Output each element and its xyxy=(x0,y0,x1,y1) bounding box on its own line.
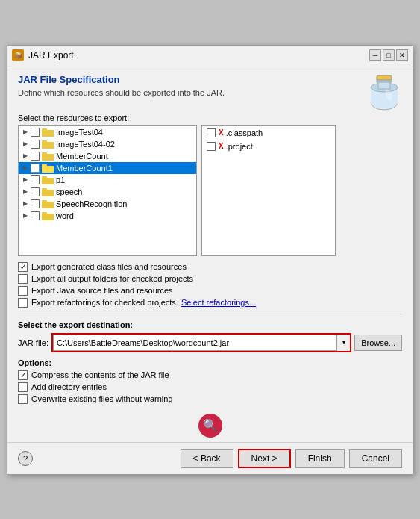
next-button[interactable]: Next > xyxy=(238,449,291,468)
tree-item-selected[interactable]: ▶ ✓ MemberCount1 xyxy=(19,162,196,174)
tree-item[interactable]: ▶ ImageTest04 xyxy=(19,126,196,138)
compress-checkbox[interactable] xyxy=(18,370,28,380)
expand-icon: ▶ xyxy=(22,188,29,196)
export-class-files-checkbox[interactable] xyxy=(18,262,28,272)
svg-rect-8 xyxy=(42,128,47,131)
svg-rect-22 xyxy=(42,212,47,214)
dialog-title: JAR File Specification xyxy=(18,74,360,85)
item-label: p1 xyxy=(56,175,65,184)
title-controls: ─ □ ✕ xyxy=(369,49,408,61)
window-title: JAR Export xyxy=(28,50,369,60)
expand-icon: ▶ xyxy=(22,128,29,136)
export-output-folders-label: Export all output folders for checked pr… xyxy=(31,274,193,283)
item-label: ImageTest04-02 xyxy=(56,140,115,149)
search-float: 🔍 xyxy=(7,414,413,438)
export-refactorings-checkbox[interactable] xyxy=(18,298,28,308)
tree-item[interactable]: ▶ SpeechRecognition xyxy=(19,198,196,210)
finish-button[interactable]: Finish xyxy=(295,449,345,468)
file-label: .classpath xyxy=(226,128,263,137)
overwrite-checkbox[interactable] xyxy=(18,394,28,404)
svg-rect-15 xyxy=(42,178,54,184)
folder-icon xyxy=(42,152,54,161)
item-checkbox[interactable] xyxy=(31,175,40,184)
jar-file-label: JAR file: xyxy=(18,338,48,347)
right-item[interactable]: X .project xyxy=(202,140,335,153)
folder-icon xyxy=(42,187,54,196)
compress-checkbox-row: Compress the contents of the JAR file xyxy=(18,370,402,380)
xml-icon: X xyxy=(219,142,224,150)
svg-rect-19 xyxy=(42,202,54,208)
checkbox-row-3: Export Java source files and resources xyxy=(18,286,402,296)
maximize-button[interactable]: □ xyxy=(383,49,395,61)
item-label: MemberCount xyxy=(56,152,108,161)
export-output-folders-checkbox[interactable] xyxy=(18,274,28,284)
item-label: speech xyxy=(56,187,82,196)
header-text: JAR File Specification Define which reso… xyxy=(18,74,360,103)
jar-dropdown-button[interactable]: ▾ xyxy=(336,335,350,351)
tree-item[interactable]: ▶ MemberCount xyxy=(19,150,196,162)
destination-section: Select the export destination: JAR file:… xyxy=(18,320,402,352)
folder-icon xyxy=(42,211,54,220)
bottom-bar: ? < Back Next > Finish Cancel xyxy=(7,442,413,474)
bottom-area-wrapper: 🔍 ? < Back Next > Finish Cancel xyxy=(7,414,413,474)
svg-rect-21 xyxy=(42,214,54,220)
file-label: .project xyxy=(226,142,253,151)
tree-item[interactable]: ▶ word xyxy=(19,210,196,222)
svg-rect-14 xyxy=(42,164,47,167)
item-label: SpeechRecognition xyxy=(56,199,127,208)
resources-label: Select the resources to export: xyxy=(18,114,402,122)
export-options: Export generated class files and resourc… xyxy=(18,262,402,308)
cancel-button[interactable]: Cancel xyxy=(349,449,402,468)
tree-item[interactable]: ▶ ImageTest04-02 xyxy=(19,138,196,150)
resources-section: Select the resources to export: ▶ ImageT… xyxy=(18,114,402,256)
options-label: Options: xyxy=(18,358,402,367)
dialog-buttons: < Back Next > Finish Cancel xyxy=(181,449,402,468)
svg-rect-17 xyxy=(42,190,54,196)
overwrite-row: Overwrite existing files without warning xyxy=(18,394,402,404)
back-button[interactable]: < Back xyxy=(181,449,233,468)
expand-icon: ▶ xyxy=(22,140,29,148)
xml-icon: X xyxy=(219,128,224,137)
select-refactorings-link[interactable]: Select refactorings... xyxy=(181,298,256,307)
directory-entries-row: Add directory entries xyxy=(18,382,402,392)
compress-label: Compress the contents of the JAR file xyxy=(31,370,169,379)
right-item[interactable]: X .classpath xyxy=(202,126,335,140)
item-checkbox[interactable] xyxy=(31,140,40,149)
item-checkbox[interactable] xyxy=(31,199,40,208)
tree-item[interactable]: ▶ speech xyxy=(19,186,196,198)
item-checkbox[interactable] xyxy=(31,187,40,196)
export-java-source-checkbox[interactable] xyxy=(18,286,28,296)
svg-rect-12 xyxy=(42,152,47,155)
directory-entries-checkbox[interactable] xyxy=(18,382,28,392)
svg-rect-7 xyxy=(42,130,54,137)
item-checkbox[interactable]: ✓ xyxy=(31,164,40,173)
export-class-files-label: Export generated class files and resourc… xyxy=(31,262,187,271)
browse-button[interactable]: Browse... xyxy=(354,335,402,351)
svg-rect-10 xyxy=(42,140,47,143)
svg-rect-13 xyxy=(42,166,54,173)
resources-area: ▶ ImageTest04 ▶ ImageTest04-02 ▶ xyxy=(18,125,402,256)
expand-icon: ▶ xyxy=(22,212,29,220)
options-section: Options: Compress the contents of the JA… xyxy=(18,358,402,404)
svg-rect-5 xyxy=(377,75,392,80)
window-icon: 📦 xyxy=(12,49,24,61)
item-checkbox[interactable] xyxy=(31,128,40,137)
minimize-button[interactable]: ─ xyxy=(369,49,381,61)
expand-icon: ▶ xyxy=(22,152,29,160)
svg-rect-20 xyxy=(42,200,47,202)
dialog-content: JAR File Specification Define which reso… xyxy=(7,66,413,414)
divider-1 xyxy=(18,314,402,314)
file-checkbox[interactable] xyxy=(207,142,216,151)
jar-file-row: JAR file: ▾ Browse... xyxy=(18,333,402,352)
resources-tree[interactable]: ▶ ImageTest04 ▶ ImageTest04-02 ▶ xyxy=(18,125,197,256)
help-button[interactable]: ? xyxy=(18,451,33,466)
svg-rect-9 xyxy=(42,142,54,149)
item-checkbox[interactable] xyxy=(31,152,40,161)
expand-icon: ▶ xyxy=(22,164,29,172)
folder-icon xyxy=(42,199,54,208)
item-checkbox[interactable] xyxy=(31,211,40,220)
jar-file-input[interactable] xyxy=(53,335,336,351)
close-button[interactable]: ✕ xyxy=(396,49,408,61)
tree-item[interactable]: ▶ p1 xyxy=(19,174,196,186)
file-checkbox[interactable] xyxy=(207,128,216,137)
